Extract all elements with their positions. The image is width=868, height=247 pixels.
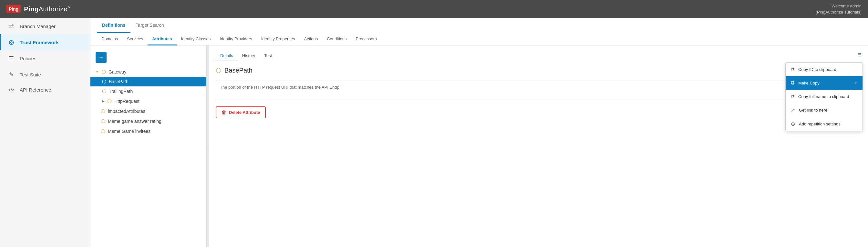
policies-icon: ☰ — [7, 55, 15, 62]
content-area: + ▼ ⬡ Gateway ⬡ BasePath ⬡ TrailingPath — [90, 45, 868, 247]
dropdown-item-add-repetition[interactable]: ⊕ Add repetition settings — [786, 117, 863, 131]
sidebar-label-branch-manager: Branch Manager — [20, 24, 56, 29]
app-name-light: Authorize — [39, 5, 67, 12]
detail-description: The portion of the HTTP request URI that… — [216, 81, 862, 100]
detail-tab-history[interactable]: History — [238, 50, 259, 61]
gateway-label: Gateway — [108, 69, 126, 74]
impacted-label: impactedAttributes — [108, 109, 145, 114]
ping-logo: Ping — [6, 5, 21, 13]
dropdown-item-get-link[interactable]: ↗ Get link to here — [786, 103, 863, 117]
copy-id-label: Copy ID to clipboard — [798, 67, 836, 72]
main-content: Definitions Target Search Domains Servic… — [90, 18, 868, 247]
trust-framework-icon: ◎ — [7, 39, 15, 46]
user-tenant: (PingAuthorize Tutorials) — [816, 9, 862, 15]
detail-tab-details[interactable]: Details — [216, 50, 238, 61]
impacted-attr-icon: ⬡ — [101, 108, 105, 114]
tab-definitions[interactable]: Definitions — [97, 18, 130, 33]
tree-item-meme-game-invitees[interactable]: ▶ ⬡ Meme Game invitees — [90, 126, 206, 136]
tree-item-meme-game-answer[interactable]: ▶ ⬡ Meme game answer rating — [90, 116, 206, 126]
gateway-chevron-icon: ▼ — [96, 70, 99, 73]
basepath-label: BasePath — [109, 79, 128, 84]
hamburger-icon: ≡ — [857, 50, 862, 59]
detail-panel: Details History Test ⬡ BasePath ≡ — [209, 45, 868, 247]
httprequest-chevron-icon: ▶ — [102, 99, 104, 103]
sidebar: ⇄ Branch Manager ◎ Trust Framework ☰ Pol… — [0, 18, 90, 247]
copy-full-name-label: Copy full name to clipboard — [798, 94, 849, 99]
tree-item-impacted-attributes[interactable]: ▶ ⬡ impactedAttributes — [90, 106, 206, 116]
detail-tab-test[interactable]: Test — [259, 50, 276, 61]
attribute-title-icon: ⬡ — [216, 66, 221, 74]
app-name-bold: Ping — [24, 5, 38, 12]
tab-attributes[interactable]: Attributes — [148, 33, 176, 45]
context-dropdown-menu: ⧉ Copy ID to clipboard ⧉ Make Copy ☞ ⧉ C… — [785, 62, 863, 131]
add-attribute-button[interactable]: + — [96, 52, 106, 63]
main-layout: ⇄ Branch Manager ◎ Trust Framework ☰ Pol… — [0, 18, 868, 247]
tab-identity-properties[interactable]: Identity Properties — [257, 33, 300, 45]
sidebar-label-api-reference: API Reference — [20, 87, 51, 93]
detail-menu-button[interactable]: ≡ — [857, 50, 862, 59]
tab-processors[interactable]: Processors — [351, 33, 381, 45]
dropdown-item-make-copy[interactable]: ⧉ Make Copy ☞ — [786, 76, 863, 90]
detail-title: ⬡ BasePath — [216, 66, 862, 74]
make-copy-icon: ⧉ — [791, 80, 795, 86]
tree-item-trailingpath[interactable]: ⬡ TrailingPath — [90, 86, 206, 96]
app-header: Ping PingAuthorize™ Welcome admin (PingA… — [0, 0, 868, 18]
meme-invitees-attr-icon: ⬡ — [101, 128, 105, 134]
copy-full-name-icon: ⧉ — [791, 94, 795, 99]
sidebar-item-trust-framework[interactable]: ◎ Trust Framework — [0, 34, 90, 50]
add-repetition-label: Add repetition settings — [799, 121, 841, 127]
tab-actions[interactable]: Actions — [300, 33, 322, 45]
meme-invitees-label: Meme Game invitees — [108, 129, 151, 134]
cursor-pointer-icon: ☞ — [854, 81, 857, 85]
sidebar-item-policies[interactable]: ☰ Policies — [0, 50, 90, 66]
top-tab-bar: Definitions Target Search — [90, 18, 868, 33]
basepath-attr-icon: ⬡ — [102, 79, 106, 84]
httprequest-label: HttpRequest — [114, 99, 140, 104]
api-reference-icon: </> — [7, 87, 15, 92]
get-link-label: Get link to here — [799, 108, 827, 112]
logo-area: Ping PingAuthorize™ — [6, 5, 71, 13]
panel-divider[interactable]: ⋮ — [207, 45, 209, 247]
sidebar-item-test-suite[interactable]: ✎ Test Suite — [0, 66, 90, 82]
add-repetition-icon: ⊕ — [791, 121, 795, 127]
tab-identity-classes[interactable]: Identity Classes — [177, 33, 215, 45]
sidebar-label-policies: Policies — [20, 56, 36, 61]
tab-domains[interactable]: Domains — [97, 33, 122, 45]
tree-group-gateway[interactable]: ▼ ⬡ Gateway — [90, 67, 206, 77]
user-info: Welcome admin (PingAuthorize Tutorials) — [816, 3, 862, 15]
sidebar-item-api-reference[interactable]: </> API Reference — [0, 82, 90, 97]
trailingpath-attr-icon: ⬡ — [102, 89, 106, 94]
tab-conditions[interactable]: Conditions — [322, 33, 351, 45]
sidebar-item-branch-manager[interactable]: ⇄ Branch Manager — [0, 18, 90, 34]
tab-target-search[interactable]: Target Search — [130, 18, 169, 33]
gateway-folder-icon: ⬡ — [101, 69, 106, 75]
meme-answer-attr-icon: ⬡ — [101, 118, 105, 124]
test-suite-icon: ✎ — [7, 71, 15, 78]
app-name: PingAuthorize™ — [24, 5, 71, 13]
trash-icon: 🗑 — [221, 110, 226, 115]
detail-tab-bar: Details History Test — [216, 50, 862, 61]
tree-group-httprequest[interactable]: ▶ ⬡ HttpRequest — [90, 96, 206, 106]
meme-answer-label: Meme game answer rating — [108, 119, 161, 124]
tab-services[interactable]: Services — [122, 33, 148, 45]
get-link-icon: ↗ — [791, 107, 795, 113]
dropdown-item-copy-id[interactable]: ⧉ Copy ID to clipboard — [786, 63, 863, 76]
branch-manager-icon: ⇄ — [7, 23, 15, 30]
delete-attribute-button[interactable]: 🗑 Delete Attribute — [216, 106, 266, 118]
sidebar-label-test-suite: Test Suite — [20, 72, 41, 77]
sidebar-label-trust-framework: Trust Framework — [20, 40, 59, 45]
httprequest-folder-icon: ⬡ — [107, 98, 112, 104]
trailingpath-label: TrailingPath — [109, 89, 133, 94]
make-copy-label: Make Copy — [798, 81, 819, 85]
tree-panel: + ▼ ⬡ Gateway ⬡ BasePath ⬡ TrailingPath — [90, 45, 207, 247]
trademark: ™ — [67, 6, 71, 9]
dropdown-item-copy-full-name[interactable]: ⧉ Copy full name to clipboard — [786, 90, 863, 103]
tree-item-basepath[interactable]: ⬡ BasePath — [90, 77, 206, 86]
tab-identity-providers[interactable]: Identity Providers — [215, 33, 256, 45]
sub-tab-bar: Domains Services Attributes Identity Cla… — [90, 33, 868, 45]
copy-id-icon: ⧉ — [791, 66, 795, 72]
user-greeting: Welcome admin — [816, 3, 862, 9]
attribute-title-text: BasePath — [224, 67, 252, 74]
